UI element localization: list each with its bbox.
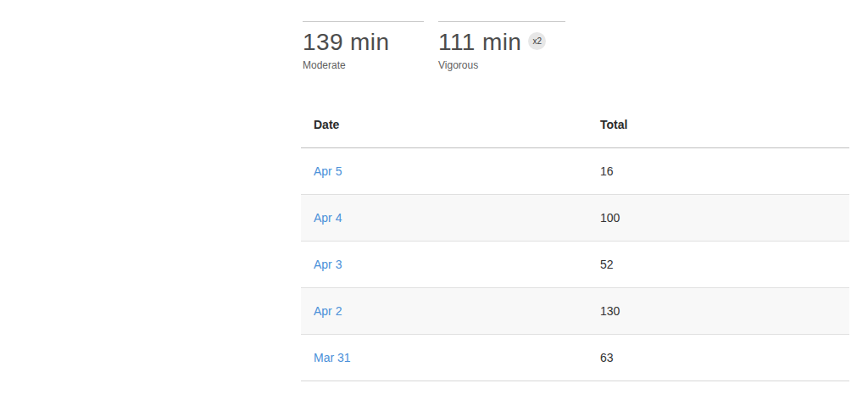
minutes-summary: 139 min Moderate 111 min x2 Vigorous: [303, 21, 849, 71]
total-value: 130: [600, 304, 849, 318]
date-link[interactable]: Apr 3: [314, 258, 342, 271]
table-row: Apr 3 52: [301, 242, 849, 288]
date-link[interactable]: Apr 4: [314, 211, 342, 225]
table-row: Mar 31 63: [301, 335, 849, 381]
moderate-label: Moderate: [303, 59, 424, 71]
total-value: 100: [600, 211, 849, 225]
activity-log-panel: 139 min Moderate 111 min x2 Vigorous Dat…: [301, 0, 849, 381]
date-link[interactable]: Apr 5: [314, 164, 342, 178]
multiplier-badge: x2: [528, 32, 546, 50]
stat-vigorous: 111 min x2 Vigorous: [438, 21, 565, 71]
total-value: 63: [600, 351, 849, 364]
table-row: Apr 5 16: [301, 148, 849, 195]
stat-moderate: 139 min Moderate: [303, 21, 424, 71]
vigorous-label: Vigorous: [438, 59, 565, 71]
activity-table: Date Total Apr 5 16 Apr 4 100 Apr 3 52 A…: [301, 102, 849, 381]
table-row: Apr 4 100: [301, 195, 849, 242]
vigorous-minutes-value: 111 min: [438, 31, 521, 54]
total-value: 16: [600, 164, 849, 178]
moderate-minutes-value: 139 min: [303, 31, 389, 54]
date-link[interactable]: Apr 2: [314, 304, 342, 318]
table-header-row: Date Total: [301, 102, 849, 148]
column-header-total: Total: [600, 118, 849, 131]
total-value: 52: [600, 258, 849, 271]
column-header-date: Date: [301, 118, 600, 131]
date-link[interactable]: Mar 31: [314, 351, 351, 364]
table-row: Apr 2 130: [301, 288, 849, 335]
